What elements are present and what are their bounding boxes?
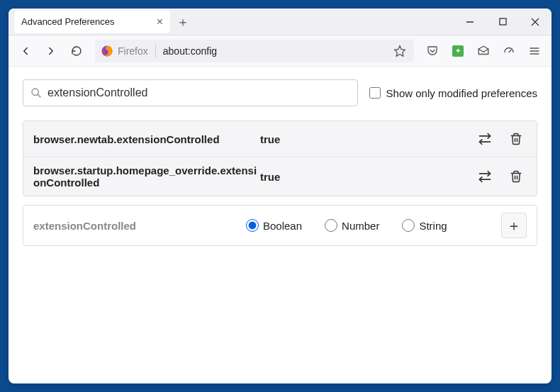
new-tab-button[interactable]: ＋ bbox=[173, 12, 193, 32]
tab-title: Advanced Preferences bbox=[21, 16, 115, 27]
dashboard-icon[interactable] bbox=[498, 40, 520, 62]
show-modified-checkbox[interactable]: Show only modified preferences bbox=[369, 87, 537, 99]
pref-name: browser.newtab.extensionControlled bbox=[33, 133, 260, 145]
radio-boolean[interactable]: Boolean bbox=[246, 219, 302, 232]
svg-line-11 bbox=[38, 94, 40, 97]
pref-value: true bbox=[260, 171, 474, 183]
pref-value: true bbox=[260, 133, 474, 145]
search-row: Show only modified preferences bbox=[23, 79, 537, 106]
pref-actions bbox=[474, 128, 527, 150]
close-window-button[interactable] bbox=[519, 9, 551, 35]
about-config-content: Show only modified preferences browser.n… bbox=[9, 67, 551, 259]
firefox-logo-icon bbox=[101, 45, 113, 57]
add-pref-button[interactable]: ＋ bbox=[501, 213, 527, 238]
radio-input[interactable] bbox=[325, 219, 337, 232]
checkbox-input[interactable] bbox=[369, 87, 381, 99]
pocket-icon[interactable] bbox=[421, 40, 444, 62]
svg-line-6 bbox=[509, 50, 511, 52]
radio-input[interactable] bbox=[402, 219, 415, 232]
tab-advanced-preferences[interactable]: Advanced Preferences × bbox=[14, 11, 170, 33]
toggle-button[interactable] bbox=[474, 166, 495, 187]
titlebar: Advanced Preferences × ＋ bbox=[9, 9, 551, 35]
minimize-button[interactable] bbox=[454, 9, 486, 35]
checkbox-label: Show only modified preferences bbox=[386, 87, 537, 99]
menu-button[interactable] bbox=[523, 40, 546, 62]
browser-window: Advanced Preferences × ＋ bbox=[9, 9, 551, 383]
pref-row[interactable]: browser.newtab.extensionControlled true bbox=[23, 121, 537, 157]
type-radio-group: Boolean Number String bbox=[246, 219, 494, 232]
url-separator bbox=[155, 45, 156, 57]
toggle-button[interactable] bbox=[474, 128, 495, 150]
reload-button[interactable] bbox=[65, 40, 88, 62]
pref-name: browser.startup.homepage_override.extens… bbox=[33, 164, 260, 189]
preferences-table: browser.newtab.extensionControlled true … bbox=[23, 121, 537, 196]
radio-label: String bbox=[419, 220, 447, 232]
pref-actions bbox=[474, 166, 527, 187]
delete-button[interactable] bbox=[505, 128, 527, 150]
pref-row[interactable]: browser.startup.homepage_override.extens… bbox=[23, 157, 537, 196]
forward-button[interactable] bbox=[40, 40, 62, 62]
new-pref-row: extensionControlled Boolean Number Strin… bbox=[23, 205, 537, 246]
url-address: about:config bbox=[163, 45, 387, 57]
new-pref-name: extensionControlled bbox=[33, 220, 239, 232]
radio-string[interactable]: String bbox=[402, 219, 447, 232]
radio-label: Boolean bbox=[263, 220, 302, 232]
svg-marker-5 bbox=[395, 45, 405, 56]
delete-button[interactable] bbox=[505, 166, 527, 187]
back-button[interactable] bbox=[14, 40, 37, 62]
url-protocol: Firefox bbox=[118, 45, 148, 57]
radio-input[interactable] bbox=[246, 219, 259, 232]
search-icon bbox=[30, 87, 42, 99]
window-controls bbox=[454, 9, 551, 35]
radio-number[interactable]: Number bbox=[325, 219, 379, 232]
search-box[interactable] bbox=[23, 79, 358, 106]
address-bar[interactable]: Firefox about:config bbox=[95, 40, 414, 62]
bookmark-star-icon[interactable] bbox=[391, 43, 408, 60]
close-tab-icon[interactable]: × bbox=[157, 16, 163, 28]
radio-label: Number bbox=[342, 220, 379, 232]
maximize-button[interactable] bbox=[486, 9, 519, 35]
nav-toolbar: Firefox about:config ✦ bbox=[9, 35, 551, 67]
svg-rect-1 bbox=[500, 18, 506, 25]
search-input[interactable] bbox=[47, 86, 350, 99]
inbox-icon[interactable] bbox=[472, 40, 495, 62]
extension-icon[interactable]: ✦ bbox=[447, 40, 469, 62]
